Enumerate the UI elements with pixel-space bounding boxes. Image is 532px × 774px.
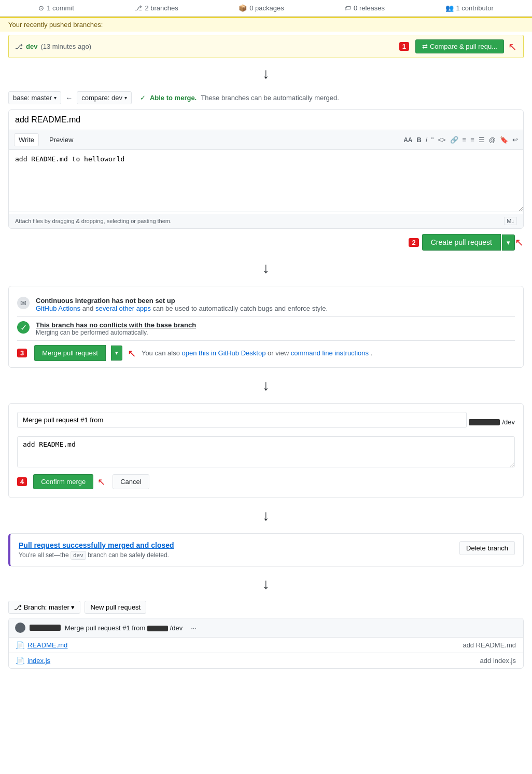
list-unordered-icon[interactable]: ≡ xyxy=(463,136,467,144)
step2-arrow: ↖ xyxy=(515,236,524,248)
base-branch-label: base: master xyxy=(13,94,52,102)
pr-textarea[interactable]: add README.md to helloworld xyxy=(9,150,523,212)
step1-badge: 1 xyxy=(399,42,409,51)
arrow-down-2: ↓ xyxy=(0,256,532,281)
merge-pull-request-button[interactable]: Merge pull request xyxy=(34,345,106,361)
link-icon[interactable]: 🔗 xyxy=(450,136,458,144)
dropdown-arrow-icon: ▾ xyxy=(507,239,510,246)
dev-code-label: dev xyxy=(71,551,86,560)
italic-icon[interactable]: i xyxy=(426,136,427,144)
success-text-area: Pull request successfully merged and clo… xyxy=(19,541,174,559)
merge-title-input[interactable] xyxy=(17,412,467,428)
readme-file-link[interactable]: 📄 README.md xyxy=(16,641,67,649)
merge-input-row: /dev xyxy=(17,412,515,432)
branch-time: (13 minutes ago) xyxy=(40,43,91,50)
commit-icon: ⊙ xyxy=(38,4,44,12)
step2-badge: 2 xyxy=(409,238,418,247)
bold-icon[interactable]: B xyxy=(417,136,422,144)
merge-dropdown-button[interactable]: ▾ xyxy=(111,345,122,361)
step4-badge: 4 xyxy=(17,477,27,486)
compare-pull-group: 1 ⇄ Compare & pull requ... ↖ xyxy=(399,39,517,53)
able-merge-label: Able to merge. xyxy=(150,94,197,102)
pr-title-input[interactable] xyxy=(9,110,523,130)
md-badge: M↓ xyxy=(504,217,517,225)
merge-btn-row: 3 Merge pull request ▾ ↖ You can also op… xyxy=(17,345,515,361)
compare-pull-button[interactable]: ⇄ Compare & pull requ... xyxy=(415,39,504,53)
ci-box: ✉ Continuous integration has not been se… xyxy=(8,286,524,368)
branch-icon-3: ⎇ xyxy=(14,603,24,611)
task-list-icon[interactable]: ☰ xyxy=(479,136,485,144)
branch-no-conflict-row: ✓ This branch has no conflicts with the … xyxy=(17,317,515,341)
ci-subtitle: GitHub Actions and several other apps ca… xyxy=(36,305,328,312)
command-line-link[interactable]: command line instructions xyxy=(291,349,369,357)
arrow-down-5: ↓ xyxy=(0,572,532,597)
file-icon: 📄 xyxy=(16,641,24,649)
indexjs-commit-msg: add index.js xyxy=(480,657,516,665)
username-blurred-2 xyxy=(147,626,168,631)
commit-count[interactable]: ⊙ 1 commit xyxy=(38,4,74,12)
commit-row: Merge pull request #1 from /dev ··· xyxy=(9,618,523,638)
commit-author-blurred xyxy=(30,625,61,631)
branch-subtitle: Merging can be performed automatically. xyxy=(36,329,196,336)
delete-branch-button[interactable]: Delete branch xyxy=(459,541,515,555)
dev-branch-label: dev xyxy=(26,43,37,50)
ci-row: ✉ Continuous integration has not been se… xyxy=(17,293,515,317)
compare-branch-select[interactable]: compare: dev ▾ xyxy=(77,91,132,104)
check-circle-icon: ✓ xyxy=(17,321,30,334)
branch-title: This branch has no conflicts with the ba… xyxy=(36,321,196,329)
branch-arrow-icon: ▾ xyxy=(71,603,75,611)
indexjs-file-link[interactable]: 📄 index.js xyxy=(16,657,50,665)
tab-preview[interactable]: Preview xyxy=(45,134,77,146)
branch-master-button[interactable]: ⎇ Branch: master ▾ xyxy=(8,601,80,614)
quote-icon[interactable]: " xyxy=(431,136,434,144)
confirm-merge-button[interactable]: Confirm merge xyxy=(33,474,93,489)
file-row-indexjs: 📄 index.js add index.js xyxy=(9,653,523,668)
confirm-cancel-row: 4 Confirm merge ↖ Cancel xyxy=(17,474,515,489)
pr-form: Write Preview AA B i " <> 🔗 ≡ ≡ ☰ @ 🔖 ↩ … xyxy=(8,109,524,229)
final-bar: ⎇ Branch: master ▾ New pull request xyxy=(8,601,524,614)
step3-badge: 3 xyxy=(17,349,27,357)
other-apps-link[interactable]: several other apps xyxy=(95,305,151,312)
mention-icon[interactable]: @ xyxy=(489,136,496,144)
package-count[interactable]: 📦 0 packages xyxy=(239,4,284,12)
branch-icon-2: ⎇ xyxy=(15,43,23,50)
merge-dropdown-icon: ▾ xyxy=(115,350,118,356)
pr-attach-area: Attach files by dragging & dropping, sel… xyxy=(9,214,523,228)
create-pull-request-button[interactable]: Create pull request xyxy=(422,234,501,251)
heading-icon[interactable]: AA xyxy=(403,136,412,144)
bookmark-icon[interactable]: 🔖 xyxy=(500,136,508,144)
github-desktop-link[interactable]: open this in GitHub Desktop xyxy=(182,349,266,357)
compare-dropdown-icon: ▾ xyxy=(124,95,127,101)
swap-icon: ← xyxy=(65,94,73,102)
avatar xyxy=(15,623,25,633)
recently-pushed-branch-row: ⎇ dev (13 minutes ago) 1 ⇄ Compare & pul… xyxy=(8,35,524,58)
arrow-down-1: ↓ xyxy=(0,61,532,86)
slash-dev-label: /dev xyxy=(502,418,515,426)
tab-write[interactable]: Write xyxy=(14,133,39,146)
cancel-merge-button[interactable]: Cancel xyxy=(113,474,149,489)
create-pr-dropdown-button[interactable]: ▾ xyxy=(502,234,515,251)
username-blurred xyxy=(469,419,500,425)
file-row-readme: 📄 README.md add README.md xyxy=(9,638,523,653)
release-count[interactable]: 🏷 0 releases xyxy=(344,4,385,12)
able-merge-desc: These branches can be automatically merg… xyxy=(201,94,339,102)
merge-description-input[interactable]: add README.md xyxy=(17,436,515,467)
arrow-down-4: ↓ xyxy=(0,503,532,528)
commit-message: Merge pull request #1 from /dev xyxy=(65,624,183,632)
base-branch-select[interactable]: base: master ▾ xyxy=(8,91,61,104)
ci-title: Continuous integration has not been set … xyxy=(36,297,328,305)
contributor-count[interactable]: 👥 1 contributor xyxy=(445,4,494,12)
github-actions-link[interactable]: GitHub Actions xyxy=(36,305,80,312)
branch-icon: ⎇ xyxy=(134,4,142,12)
branch-info: ⎇ dev (13 minutes ago) xyxy=(15,43,91,50)
list-ordered-icon[interactable]: ≡ xyxy=(470,136,474,144)
code-icon[interactable]: <> xyxy=(438,136,445,144)
step4-arrow: ↖ xyxy=(97,476,105,488)
success-title: Pull request successfully merged and clo… xyxy=(19,541,174,549)
branch-count[interactable]: ⎇ 2 branches xyxy=(134,4,178,12)
step1-arrow: ↖ xyxy=(508,40,517,53)
base-dropdown-icon: ▾ xyxy=(54,95,57,101)
branch-ci-text: This branch has no conflicts with the ba… xyxy=(36,321,196,336)
reply-icon[interactable]: ↩ xyxy=(512,136,518,144)
new-pull-request-button[interactable]: New pull request xyxy=(85,601,146,614)
